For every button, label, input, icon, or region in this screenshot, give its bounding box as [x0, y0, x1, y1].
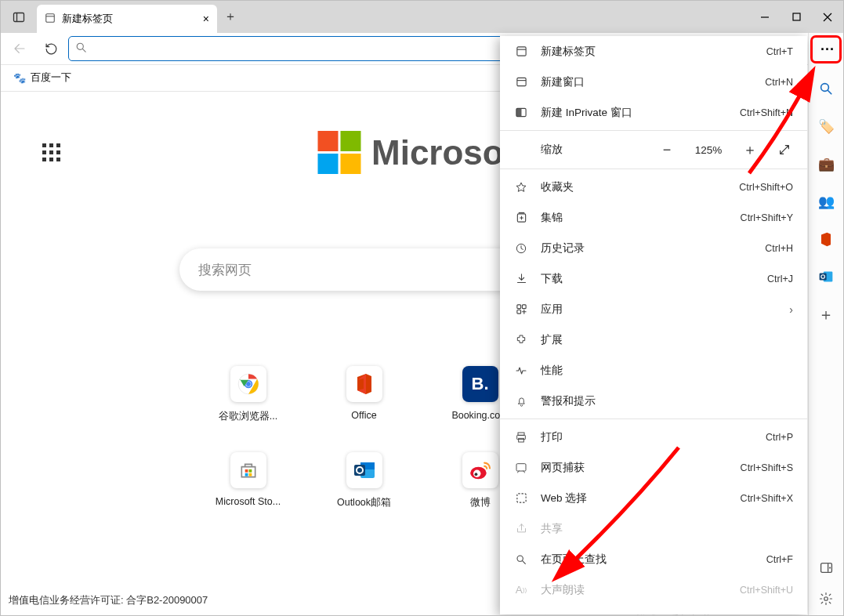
reload-button[interactable] [37, 36, 65, 61]
bell-icon [514, 395, 528, 408]
window-icon [514, 76, 528, 88]
menu-new-inprivate[interactable]: 新建 InPrivate 窗口Ctrl+Shift+N [500, 97, 807, 128]
bookmark-baidu[interactable]: 🐾 百度一下 [9, 68, 76, 88]
star-icon [514, 181, 528, 194]
svg-rect-47 [519, 438, 524, 442]
menu-capture[interactable]: 网页捕获Ctrl+Shift+S [500, 452, 807, 483]
svg-line-6 [824, 13, 831, 21]
tag-icon: 🏷️ [818, 118, 835, 135]
panel-icon [820, 561, 833, 574]
sidebar-outlook[interactable] [817, 268, 835, 285]
menu-new-window[interactable]: 新建窗口Ctrl+N [500, 67, 807, 97]
menu-apps[interactable]: 应用› [500, 294, 807, 324]
download-icon [514, 273, 528, 284]
tab-actions-button[interactable] [1, 1, 37, 33]
back-button[interactable] [5, 36, 34, 61]
zoom-out-button[interactable]: − [654, 138, 680, 161]
svg-rect-28 [820, 274, 827, 281]
svg-rect-44 [516, 310, 520, 313]
svg-point-50 [517, 556, 523, 561]
page-icon [514, 45, 528, 57]
menu-iemode: 在 Internet Explorer 模式下重新加载 [500, 605, 807, 616]
svg-rect-2 [46, 13, 55, 22]
capture-icon [514, 462, 528, 474]
store-icon [238, 460, 259, 480]
svg-line-7 [824, 13, 831, 21]
svg-rect-17 [248, 473, 252, 476]
sidebar-shopping[interactable]: 🏷️ [817, 118, 835, 135]
menu-print[interactable]: 打印Ctrl+P [500, 422, 807, 452]
tile-office[interactable]: Office [341, 366, 388, 423]
games-icon: 👥 [818, 194, 835, 210]
footer-license: 增值电信业务经营许可证: 合字B2-20090007 [9, 593, 208, 607]
fullscreen-button[interactable] [773, 143, 796, 156]
plus-icon: ＋ [818, 304, 834, 325]
tile-outlook[interactable]: Outlook邮箱 [341, 452, 388, 509]
sidebar-tools[interactable]: 💼 [817, 155, 835, 172]
browser-tab[interactable]: 新建标签页 × [37, 5, 217, 33]
svg-point-32 [829, 567, 831, 568]
arrow-left-icon [13, 42, 27, 56]
svg-rect-5 [793, 13, 800, 20]
sidebar-add[interactable]: ＋ [817, 306, 835, 323]
select-icon [514, 492, 528, 504]
sidebar-office[interactable] [817, 230, 835, 248]
maximize-button[interactable] [781, 1, 812, 33]
menu-history[interactable]: 历史记录Ctrl+H [500, 233, 807, 263]
apps-icon [514, 303, 528, 315]
new-tab-button[interactable]: ＋ [217, 1, 244, 33]
briefcase-icon: 💼 [818, 156, 835, 172]
tile-weibo[interactable]: 微博 [457, 452, 504, 509]
menu-new-tab[interactable]: 新建标签页Ctrl+T [500, 36, 807, 67]
sidebar-toggle[interactable] [817, 559, 835, 576]
search-placeholder: 搜索网页 [198, 261, 252, 279]
svg-rect-36 [516, 78, 525, 85]
close-window-button[interactable] [812, 1, 843, 33]
page-icon [45, 13, 56, 26]
tile-booking[interactable]: B.Booking.com [457, 366, 504, 423]
search-icon [75, 42, 87, 56]
title-bar: 新建标签页 × ＋ [1, 1, 843, 33]
menu-favorites[interactable]: 收藏夹Ctrl+Shift+O [500, 172, 807, 202]
readaloud-icon: A)) [514, 584, 528, 596]
menu-find[interactable]: 在页面上查找Ctrl+F [500, 544, 807, 574]
menu-performance[interactable]: 性能 [500, 355, 807, 386]
microsoft-logo: Microsoft [317, 131, 527, 174]
sidebar-games[interactable]: 👥 [817, 193, 835, 210]
tab-close-button[interactable]: × [203, 13, 209, 25]
chrome-icon [237, 373, 259, 395]
svg-rect-39 [516, 108, 522, 116]
menu-zoom: 缩放 − 125% ＋ [500, 133, 807, 166]
menu-readaloud: A))大声朗读Ctrl+Shift+U [500, 574, 807, 605]
sidebar-settings[interactable] [817, 590, 835, 607]
microsoft-squares-icon [317, 131, 360, 174]
svg-rect-34 [516, 47, 525, 56]
tab-title: 新建标签页 [62, 13, 113, 26]
edge-sidebar: 🏷️ 💼 👥 ＋ [808, 33, 843, 615]
svg-line-26 [828, 90, 831, 94]
pulse-icon [514, 364, 528, 377]
menu-downloads[interactable]: 下载Ctrl+J [500, 263, 807, 294]
svg-rect-48 [516, 463, 526, 470]
more-button[interactable]: ··· [820, 42, 835, 58]
app-launcher-button[interactable] [42, 143, 60, 161]
tile-msstore[interactable]: Microsoft Sto... [225, 452, 272, 509]
menu-alerts[interactable]: 警报和提示 [500, 386, 807, 416]
weibo-icon [469, 461, 491, 480]
share-icon [514, 523, 528, 534]
outlook-icon [353, 461, 375, 480]
sidebar-search[interactable] [817, 80, 835, 97]
tile-chrome[interactable]: 谷歌浏览器... [225, 366, 272, 423]
menu-collections[interactable]: 集锦Ctrl+Shift+Y [500, 202, 807, 233]
window-controls [749, 1, 843, 33]
menu-webselect[interactable]: Web 选择Ctrl+Shift+X [500, 483, 807, 513]
svg-rect-0 [14, 13, 24, 21]
minimize-button[interactable] [749, 1, 781, 33]
menu-extensions[interactable]: 扩展 [500, 324, 807, 355]
svg-line-9 [82, 49, 85, 52]
zoom-in-button[interactable]: ＋ [737, 138, 763, 161]
svg-point-13 [246, 382, 251, 386]
svg-point-33 [824, 597, 828, 601]
gear-icon [819, 592, 833, 606]
svg-line-51 [523, 560, 526, 563]
